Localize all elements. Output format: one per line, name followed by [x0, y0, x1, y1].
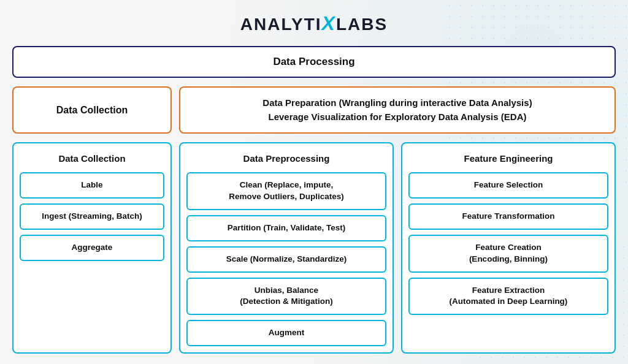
list-item: Unbias, Balance(Detection & Mitigation)	[186, 278, 386, 316]
level3-row: Data Collection Lable Ingest (Streaming,…	[12, 142, 616, 354]
list-item: Clean (Replace, impute,Remove Outliers, …	[186, 172, 386, 210]
list-item: Augment	[186, 320, 386, 346]
logo-suffix: LABS	[336, 15, 388, 34]
list-item: Feature Transformation	[408, 203, 608, 230]
list-item: Lable	[20, 172, 164, 199]
column-data-preprocessing: Data Preprocessing Clean (Replace, imput…	[179, 142, 394, 354]
data-collection-level2-label: Data Collection	[56, 105, 128, 116]
col-left-header: Data Collection	[20, 150, 164, 167]
list-item: Feature Extraction(Automated in Deep Lea…	[408, 278, 608, 316]
logo-x: X	[322, 12, 336, 34]
data-collection-level2: Data Collection	[12, 86, 172, 134]
column-data-collection: Data Collection Lable Ingest (Streaming,…	[12, 142, 172, 354]
list-item: Scale (Normalize, Standardize)	[186, 246, 386, 273]
col-mid-header: Data Preprocessing	[186, 150, 386, 167]
data-preparation-label: Data Preparation (Wrangling during inter…	[262, 96, 532, 124]
list-item: Feature Creation(Encoding, Binning)	[408, 235, 608, 273]
list-item: Aggregate	[20, 235, 164, 261]
logo: ANALYTIXLABS	[12, 12, 616, 35]
data-preparation-box: Data Preparation (Wrangling during inter…	[179, 86, 616, 134]
data-processing-title: Data Processing	[273, 56, 354, 67]
column-feature-engineering: Feature Engineering Feature Selection Fe…	[401, 142, 616, 354]
logo-prefix: ANALYTI	[240, 15, 322, 34]
level2-row: Data Collection Data Preparation (Wrangl…	[12, 86, 616, 134]
col-right-header: Feature Engineering	[408, 150, 608, 167]
list-item: Ingest (Streaming, Batch)	[20, 203, 164, 230]
list-item: Feature Selection	[408, 172, 608, 199]
list-item: Partition (Train, Validate, Test)	[186, 215, 386, 241]
data-processing-box: Data Processing	[12, 46, 616, 78]
